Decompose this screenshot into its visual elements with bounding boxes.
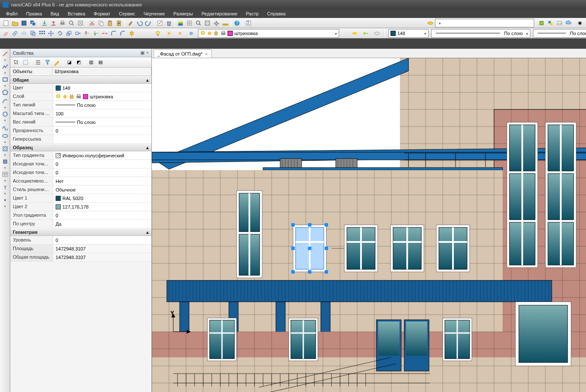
section-geometry[interactable]: Геометрия▴ xyxy=(10,228,151,236)
prop-row-c2[interactable]: Цвет 2127,176,178 xyxy=(10,203,151,211)
prop-row-lweight[interactable]: Вес линийПо слою xyxy=(10,118,151,127)
zoom-extents-icon[interactable] xyxy=(203,19,212,27)
menu-help[interactable]: Справка xyxy=(264,10,289,17)
preview-icon[interactable] xyxy=(67,19,76,27)
break-icon[interactable] xyxy=(101,29,109,38)
extend-icon[interactable] xyxy=(92,29,100,38)
paste-special-icon[interactable]: + xyxy=(115,19,123,27)
menu-draw[interactable]: Черчение xyxy=(140,10,169,17)
block-insert-icon[interactable] xyxy=(1,157,9,166)
trim-icon[interactable] xyxy=(83,29,91,38)
thaw-sel-icon[interactable] xyxy=(176,29,184,38)
script-icon[interactable]: Σ xyxy=(244,19,253,27)
help-icon[interactable]: ? xyxy=(233,19,241,27)
copy-icon[interactable] xyxy=(97,19,105,27)
panel-close-icon[interactable]: × xyxy=(146,50,149,56)
panel-pin-icon[interactable]: ▣ xyxy=(140,50,145,56)
print-icon[interactable] xyxy=(58,19,67,27)
audit-icon[interactable]: ✓ xyxy=(156,19,164,27)
image-icon[interactable] xyxy=(555,19,564,27)
zoom-icon[interactable] xyxy=(194,19,203,27)
prop-row-layer[interactable]: Слой штриховка xyxy=(10,92,151,101)
prop-row-grtype[interactable]: Тип градиентаИнверсно-полусферический xyxy=(10,151,151,160)
scale-icon[interactable] xyxy=(65,29,73,38)
menu-format[interactable]: Формат xyxy=(90,10,114,17)
layerprev-icon[interactable] xyxy=(373,29,381,38)
menu-file[interactable]: Файл xyxy=(3,10,21,17)
spline-icon[interactable] xyxy=(1,123,9,131)
layer-mgr-icon[interactable] xyxy=(426,19,435,27)
cloud-icon[interactable] xyxy=(564,19,573,27)
menu-service[interactable]: Сервис xyxy=(115,10,139,17)
measure-icon[interactable] xyxy=(221,19,230,27)
hatch-icon[interactable] xyxy=(1,144,9,153)
props-quickselect-icon[interactable] xyxy=(21,58,30,67)
polygon-icon[interactable] xyxy=(1,88,9,97)
menu-dims[interactable]: Размеры xyxy=(170,10,196,17)
section-general[interactable]: Общие▴ xyxy=(10,76,151,84)
color-combo[interactable]: 148 xyxy=(388,29,429,38)
props-pencil-icon[interactable] xyxy=(53,58,61,67)
prop-row-transp[interactable]: Прозрачность0 xyxy=(10,127,151,135)
prop-row-ltype[interactable]: Тип линийПо слою xyxy=(10,101,151,109)
prop-row-hyper[interactable]: Гиперссылка xyxy=(10,135,151,144)
freeze-icon[interactable] xyxy=(187,29,195,38)
props-list-icon[interactable] xyxy=(34,58,42,67)
props-d-icon[interactable]: ▤ xyxy=(96,58,105,67)
linetype-combo[interactable]: По слою xyxy=(431,29,530,38)
erase-icon[interactable] xyxy=(2,29,10,38)
import-icon[interactable] xyxy=(40,19,49,27)
prop-row-color[interactable]: Цвет148 xyxy=(10,84,151,92)
menu-modify[interactable]: Редактирование xyxy=(198,10,241,17)
props-a-icon[interactable]: ◪ xyxy=(65,58,74,67)
menu-view[interactable]: Вид xyxy=(47,10,62,17)
props-filter-icon[interactable] xyxy=(43,58,52,67)
tool-a-icon[interactable]: ◉ xyxy=(576,19,584,27)
menu-insert[interactable]: Вставка xyxy=(64,10,89,17)
explode-icon[interactable] xyxy=(127,29,136,38)
rotate-icon[interactable] xyxy=(56,29,64,38)
layer-state-icon[interactable] xyxy=(185,19,194,27)
prop-row-angle[interactable]: Угол градиента0 xyxy=(10,211,151,220)
props-c-icon[interactable]: ▥ xyxy=(87,58,95,67)
props-pick-icon[interactable] xyxy=(12,58,21,67)
block-icon[interactable] xyxy=(537,19,546,27)
publish-icon[interactable] xyxy=(76,19,85,27)
props-objects-value[interactable]: Штриховка xyxy=(52,68,151,76)
bulb-on-icon[interactable] xyxy=(154,29,162,38)
prop-row-origx[interactable]: Исходная точк...0 xyxy=(10,160,151,168)
lineweight-combo[interactable]: По слою xyxy=(533,29,586,38)
layer-filter-combo[interactable] xyxy=(435,19,534,27)
table-icon[interactable] xyxy=(1,170,9,179)
pan-icon[interactable] xyxy=(212,19,221,27)
prop-row-assoc[interactable]: Ассоциативно...Нет xyxy=(10,177,151,186)
cut-icon[interactable] xyxy=(88,19,96,27)
menu-edit[interactable]: Правка xyxy=(23,10,45,17)
menu-raster[interactable]: Растр xyxy=(243,10,262,17)
xref-icon[interactable] xyxy=(546,19,555,27)
mirror-icon[interactable] xyxy=(20,29,28,38)
export-icon[interactable] xyxy=(49,19,58,27)
circle-icon[interactable] xyxy=(1,110,9,118)
save-icon[interactable] xyxy=(20,19,28,27)
layer-combo[interactable]: штриховка xyxy=(198,29,339,38)
move-icon[interactable] xyxy=(47,29,55,38)
purge-icon[interactable] xyxy=(165,19,173,27)
offset-icon[interactable] xyxy=(29,29,37,38)
paste-icon[interactable] xyxy=(106,19,114,27)
prop-row-c1[interactable]: Цвет 1RAL 5020 xyxy=(10,194,151,203)
layermatch-icon[interactable] xyxy=(361,29,370,38)
prop-row-ltscale[interactable]: Масштаб типа ...100 xyxy=(10,109,151,118)
new-icon[interactable] xyxy=(2,19,10,27)
open-icon[interactable] xyxy=(11,19,19,27)
point-icon[interactable] xyxy=(1,196,9,204)
stretch-icon[interactable] xyxy=(74,29,82,38)
copyobj-icon[interactable] xyxy=(11,29,19,38)
saveall-icon[interactable] xyxy=(29,19,37,27)
layers-tool-icon[interactable] xyxy=(176,19,185,27)
chamfer-icon[interactable] xyxy=(118,29,127,38)
line-icon[interactable] xyxy=(1,50,9,58)
tab-close-icon[interactable]: × xyxy=(205,51,208,56)
props-b-icon[interactable]: ◩ xyxy=(74,58,83,67)
ellipse-icon[interactable] xyxy=(1,132,9,140)
